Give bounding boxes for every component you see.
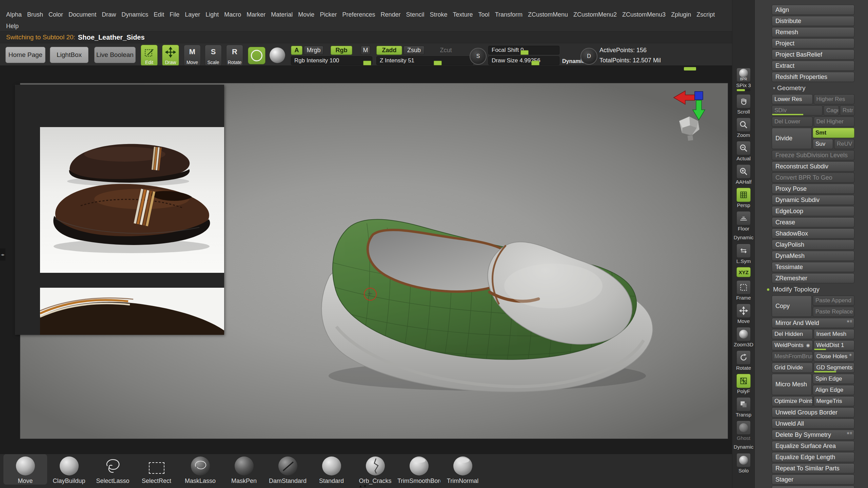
btn-paste-append[interactable]: Paste Append [813, 296, 854, 306]
floor-button[interactable]: Floor [736, 211, 751, 231]
aahalf-button[interactable]: AAHalf [736, 164, 752, 185]
zcut-button[interactable]: Zcut [437, 46, 455, 55]
brush-item-orbcracks[interactable]: Orb_Cracks [353, 454, 397, 485]
btn-extract[interactable]: Extract [772, 61, 854, 71]
reference-photo-2[interactable] [40, 288, 224, 335]
menu-item[interactable]: Color [46, 11, 66, 19]
menu-item[interactable]: Edit [151, 11, 167, 19]
menu-item[interactable]: Transform [492, 11, 525, 19]
scroll-button[interactable]: Scroll [736, 94, 751, 115]
transp-button[interactable]: Transp [736, 397, 751, 418]
menu-item[interactable]: Material [268, 11, 295, 19]
btn-delete-by-symmetry[interactable]: Delete By Symmetry [772, 430, 854, 440]
brush-item-standard[interactable]: Standard [310, 454, 353, 485]
focal-shift-handle[interactable] [520, 50, 529, 55]
menu-item[interactable]: Zplugin [668, 11, 694, 19]
btn-grid-divide[interactable]: Grid Divide [772, 363, 813, 373]
solo-button[interactable]: Solo [736, 453, 751, 473]
geometry-section-header[interactable]: ▾ Geometry [772, 83, 854, 93]
zoom-button[interactable]: Zoom [736, 118, 751, 138]
menu-item[interactable]: Movie [295, 11, 317, 19]
btn-rstr[interactable]: Rstr [840, 105, 855, 116]
alpha-selector[interactable] [270, 47, 285, 63]
xyz-button[interactable]: XYZ [736, 267, 751, 277]
zadd-button[interactable]: Zadd [376, 46, 402, 55]
btn-dynamic-subdiv[interactable]: Dynamic Subdiv [772, 195, 854, 205]
zsub-button[interactable]: Zsub [403, 46, 425, 55]
btn-claypolish[interactable]: ClayPolish [772, 240, 854, 250]
brush-item-move[interactable]: Move [3, 454, 47, 485]
btn-stager[interactable]: Stager [772, 474, 854, 485]
z-intensity-slider[interactable]: Z Intensity 51 [376, 56, 473, 65]
btn-close-holes[interactable]: Close Holes [814, 351, 855, 362]
brush-item-trimnormal[interactable]: TrimNormal [441, 454, 485, 485]
menu-item[interactable]: Render [378, 11, 403, 19]
live-boolean-button[interactable]: Live Boolean [94, 47, 136, 63]
btn-meshfrombrush[interactable]: MeshFromBrush [772, 351, 813, 362]
btn-higher-res[interactable]: Higher Res [814, 94, 855, 104]
frame-button[interactable]: Frame [736, 280, 751, 301]
btn-edgeloop[interactable]: EdgeLoop [772, 206, 854, 216]
scale-mode-button[interactable]: S Scale [205, 45, 222, 66]
canvas-divider-handle[interactable] [684, 67, 696, 70]
menu-item-help[interactable]: Help [3, 22, 21, 30]
btn-reuv[interactable]: ReUV [834, 139, 854, 149]
btn-del-lower[interactable]: Del Lower [772, 117, 813, 127]
menu-item[interactable]: ZCustomMenu3 [619, 11, 668, 19]
brush-item-selectlasso[interactable]: SelectLasso [91, 454, 135, 485]
ghost-button[interactable]: Ghost [736, 421, 751, 441]
btn-micro-mesh[interactable]: Micro Mesh [772, 374, 812, 395]
brush-item-masklasso[interactable]: MaskLasso [178, 454, 222, 485]
draw-size-handle[interactable] [531, 61, 539, 65]
menu-item[interactable]: Layer [182, 11, 203, 19]
menu-item[interactable]: ZCustomMenu [525, 11, 571, 19]
sdiv-slider[interactable]: SDiv [772, 105, 823, 116]
menu-item[interactable]: Stroke [427, 11, 450, 19]
menu-item[interactable]: Stencil [403, 11, 427, 19]
welddist-slider[interactable]: WeldDist 1 [814, 340, 855, 350]
menu-item[interactable]: Marker [244, 11, 268, 19]
menu-item[interactable]: Zscript [694, 11, 717, 19]
btn-repeat-to-similar-parts[interactable]: Repeat To Similar Parts [772, 463, 854, 473]
menu-item[interactable]: Alpha [3, 11, 24, 19]
actual-button[interactable]: Actual [736, 141, 751, 161]
btn-optimize-points[interactable]: Optimize Points [772, 396, 813, 406]
menu-item[interactable]: Tool [476, 11, 492, 19]
btn-del-hidden[interactable]: Del Hidden [772, 329, 813, 339]
stroke-s-toggle[interactable]: S [470, 48, 487, 65]
btn-suv[interactable]: Suv [813, 139, 833, 149]
lightbox-button[interactable]: LightBox [50, 47, 88, 63]
btn-dynamesh[interactable]: DynaMesh [772, 251, 854, 261]
move-mode-button[interactable]: M Move [184, 45, 201, 66]
move-camera-button[interactable]: Move [736, 304, 751, 324]
menu-item[interactable]: Dynamics [119, 11, 151, 19]
btn-crease[interactable]: Crease [772, 217, 854, 227]
btn-freeze-subdivision-levels[interactable]: Freeze SubDivision Levels [772, 150, 854, 160]
left-tray-toggle[interactable] [0, 248, 5, 261]
btn-zremesher[interactable]: ZRemesher [772, 273, 854, 283]
btn-equalize-surface-area[interactable]: Equalize Surface Area [772, 441, 854, 451]
btn-align-edge[interactable]: Align Edge [813, 385, 854, 395]
btn-convert-bpr-to-geo[interactable]: Convert BPR To Geo [772, 172, 854, 183]
btn-proxy-pose[interactable]: Proxy Pose [772, 184, 854, 194]
rgb-button[interactable]: Rgb [331, 46, 352, 55]
rgb-intensity-handle[interactable] [363, 61, 371, 65]
btn-cage[interactable]: Cage [824, 105, 839, 116]
btn-project-basrelief[interactable]: Project BasRelief [772, 49, 854, 60]
brush-item-trimsmoothborder[interactable]: TrimSmoothBorder [397, 454, 441, 485]
dynamic-persp-button[interactable]: Dynamic [734, 235, 753, 241]
menu-item[interactable]: Brush [24, 11, 46, 19]
home-page-button[interactable]: Home Page [5, 47, 45, 63]
menu-item[interactable]: Light [203, 11, 221, 19]
zoom3d-button[interactable]: Zoom3D [734, 327, 753, 347]
spix-slider[interactable] [737, 89, 750, 91]
draw-size-slider[interactable]: Draw Size 4.99256 [488, 56, 559, 65]
z-intensity-handle[interactable] [434, 61, 442, 65]
stroke-selector[interactable] [248, 47, 265, 64]
brush-item-selectrect[interactable]: SelectRect [135, 454, 178, 485]
menu-item[interactable]: File [167, 11, 182, 19]
btn-remesh[interactable]: Remesh [772, 27, 854, 37]
lsym-button[interactable]: L.Sym [736, 244, 751, 264]
btn-lower-res[interactable]: Lower Res [772, 94, 813, 104]
menu-item[interactable]: Texture [450, 11, 476, 19]
